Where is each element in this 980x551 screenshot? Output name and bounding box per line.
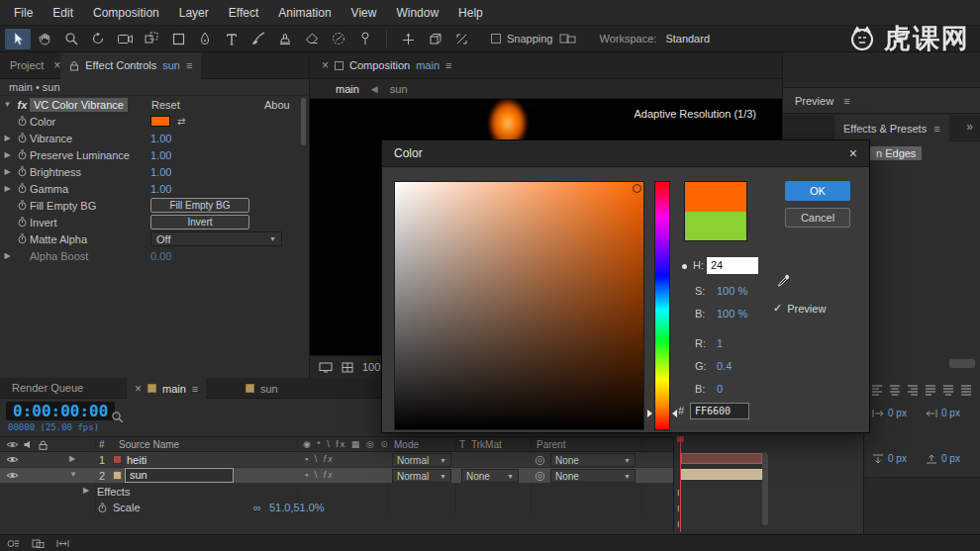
dialog-close-icon[interactable]: × <box>849 145 857 161</box>
justify-last-center-icon[interactable] <box>940 383 955 396</box>
color-selection-marker[interactable] <box>633 184 641 193</box>
expand-transfer-controls-icon[interactable] <box>32 538 45 549</box>
hex-input[interactable]: FF6600 <box>690 403 749 419</box>
viewer-tab-sun[interactable]: sun <box>390 83 408 95</box>
red-value[interactable]: 1 <box>717 337 723 349</box>
tab-timeline-main[interactable]: × main ≡ <box>127 378 206 399</box>
layer-label-chip[interactable] <box>113 455 122 464</box>
expand-in-out-icon[interactable] <box>56 538 69 549</box>
zoom-level-value[interactable]: 100 <box>362 361 380 373</box>
snapping-options-icon[interactable] <box>559 33 576 45</box>
scale-property-row[interactable]: Scale ∞ 51.0,51.0% <box>0 500 673 515</box>
rotation-tool-icon[interactable] <box>85 29 111 49</box>
panel-menu-icon[interactable]: ≡ <box>445 59 451 71</box>
dialog-titlebar[interactable]: Color × <box>382 140 869 167</box>
parent-dropdown[interactable]: None ▼ <box>550 469 636 483</box>
space-after-value[interactable]: 0 px <box>941 453 960 464</box>
tab-render-queue[interactable]: Render Queue <box>12 378 83 399</box>
viewer-back-icon[interactable]: ◀ <box>371 84 378 94</box>
ok-button[interactable]: OK <box>785 181 850 201</box>
pickwhip-icon[interactable] <box>535 455 545 466</box>
clone-stamp-tool-icon[interactable] <box>272 29 298 49</box>
layer-switches-icons[interactable]: ▪ \ fx <box>305 454 335 464</box>
tab-composition-comp[interactable]: main <box>416 59 440 71</box>
axis-mode-world-icon[interactable] <box>422 29 447 49</box>
column-mode[interactable]: Mode <box>394 439 419 450</box>
space-before-field[interactable]: 0 px <box>872 453 907 464</box>
track-scrollbar[interactable] <box>762 452 768 525</box>
menu-view[interactable]: View <box>342 0 387 26</box>
roto-brush-tool-icon[interactable] <box>326 29 351 49</box>
invert-button[interactable]: Invert <box>150 215 249 230</box>
layer-bar-sun[interactable] <box>681 469 762 480</box>
fx-icon[interactable]: fx <box>15 99 30 111</box>
swap-colors-icon[interactable]: ⇄ <box>177 116 185 127</box>
blend-mode-dropdown[interactable]: Normal ▼ <box>392 469 451 483</box>
brush-tool-icon[interactable] <box>245 29 271 49</box>
close-tab-icon[interactable]: × <box>322 58 329 72</box>
preview-panel-header[interactable]: Preview ≡ <box>783 87 980 114</box>
pan-behind-tool-icon[interactable] <box>139 29 164 49</box>
green-value[interactable]: 0.4 <box>717 360 732 372</box>
viewer-tab-main[interactable]: main <box>336 83 359 95</box>
camera-tool-icon[interactable] <box>112 29 138 49</box>
timeline-search-icon[interactable] <box>111 411 124 423</box>
column-number[interactable]: # <box>99 439 105 450</box>
layer-bar-heiti[interactable] <box>681 453 762 464</box>
panel-menu-icon[interactable]: ≡ <box>843 95 849 107</box>
stopwatch-icon[interactable] <box>15 133 30 143</box>
tab-project[interactable]: Project <box>0 59 53 71</box>
column-parent[interactable]: Parent <box>537 439 565 450</box>
align-left-icon[interactable] <box>869 383 884 396</box>
about-link[interactable]: Abou <box>264 99 290 111</box>
stopwatch-icon[interactable] <box>15 166 30 177</box>
column-trkmat[interactable]: TrkMat <box>471 439 502 450</box>
twirl-down-icon[interactable]: ▼ <box>0 100 15 109</box>
stopwatch-icon[interactable] <box>97 503 108 513</box>
timeline-track-area[interactable]: I I I <box>673 436 863 532</box>
align-center-icon[interactable] <box>887 383 902 396</box>
current-timecode[interactable]: 0:00:00:00 <box>6 402 115 420</box>
indent-right-value[interactable]: 0 px <box>941 408 960 418</box>
twirl-closed-icon[interactable]: ▶ <box>0 150 15 159</box>
panel-menu-icon[interactable]: ≡ <box>186 59 192 71</box>
tab-timeline-sun[interactable]: sun <box>238 378 286 399</box>
tab-effect-controls[interactable]: Effect Controls sun ≡ <box>60 52 201 79</box>
puppet-pin-tool-icon[interactable] <box>352 29 378 49</box>
stopwatch-icon[interactable] <box>15 200 30 211</box>
blend-mode-dropdown[interactable]: Normal ▼ <box>392 453 451 467</box>
layer-switches-icons[interactable]: ▪ \ fx <box>305 470 335 480</box>
menu-edit[interactable]: Edit <box>43 0 83 26</box>
param-value[interactable]: 1.00 <box>150 133 171 144</box>
hand-tool-icon[interactable] <box>32 29 57 49</box>
stopwatch-icon[interactable] <box>15 149 30 160</box>
link-dimensions-icon[interactable]: ∞ <box>253 502 261 513</box>
param-value[interactable]: 1.00 <box>150 166 171 178</box>
indent-right-field[interactable]: 0 px <box>926 408 960 418</box>
stopwatch-icon[interactable] <box>15 116 30 127</box>
pickwhip-icon[interactable] <box>535 471 545 482</box>
justify-all-icon[interactable] <box>958 383 973 396</box>
axis-mode-view-icon[interactable] <box>448 29 474 49</box>
layer-visibility-icon[interactable] <box>6 455 19 464</box>
brightness-value[interactable]: 100 % <box>717 308 747 320</box>
justify-last-left-icon[interactable] <box>923 383 937 396</box>
stopwatch-icon[interactable] <box>15 183 30 194</box>
tab-overflow-icon[interactable]: » <box>966 120 973 134</box>
menu-animation[interactable]: Animation <box>268 0 341 26</box>
effects-group-row[interactable]: ▶ Effects <box>0 484 673 500</box>
snapping-checkbox[interactable] <box>491 34 501 44</box>
expand-layer-switches-icon[interactable] <box>7 538 20 549</box>
indent-left-value[interactable]: 0 px <box>888 408 907 418</box>
tab-composition-label[interactable]: Composition <box>349 59 410 71</box>
reset-button[interactable]: Reset <box>151 99 180 111</box>
parent-dropdown[interactable]: None ▼ <box>550 453 636 467</box>
eyedropper-icon[interactable] <box>777 274 790 287</box>
color-swatch[interactable] <box>150 116 170 127</box>
mask-shape-tool-icon[interactable] <box>165 29 191 49</box>
layer-visibility-icon[interactable] <box>6 471 19 480</box>
axis-mode-local-icon[interactable] <box>395 29 421 49</box>
twirl-closed-icon[interactable]: ▶ <box>0 184 15 193</box>
cancel-button[interactable]: Cancel <box>785 208 850 228</box>
pen-tool-icon[interactable] <box>192 29 218 49</box>
